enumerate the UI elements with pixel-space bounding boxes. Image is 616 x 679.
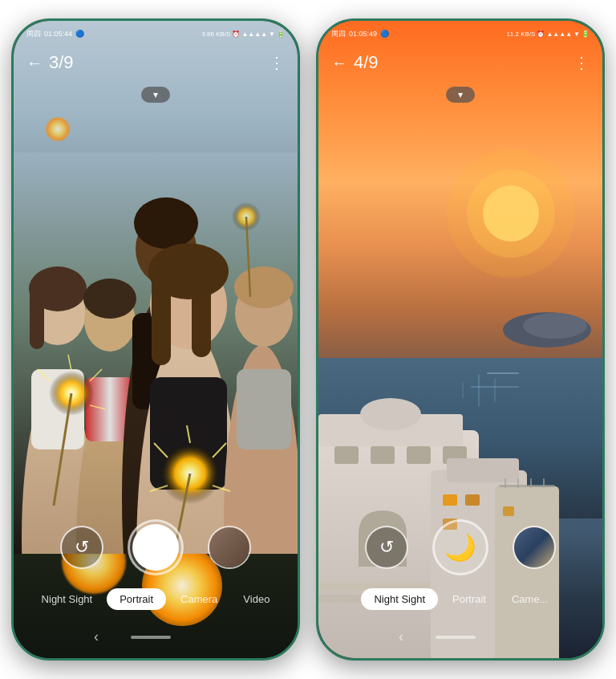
svg-rect-61 — [443, 494, 457, 506]
rotate-button-1[interactable]: ↺ — [60, 526, 103, 569]
svg-point-12 — [134, 197, 198, 249]
thumbnail-button-1[interactable] — [208, 526, 251, 569]
status-day-1: 周四 — [26, 29, 41, 39]
battery-icon-2: 🔋 — [582, 30, 590, 38]
tab-portrait-1[interactable]: Portrait — [107, 588, 166, 610]
rotate-button-2[interactable]: ↺ — [365, 526, 408, 569]
svg-rect-59 — [447, 458, 519, 482]
camera-controls-1: ↺ Night Sight Portrait Camera Video — [14, 519, 298, 610]
shutter-inner-1 — [132, 524, 179, 571]
svg-rect-55 — [407, 446, 431, 464]
shutter-button-1[interactable] — [128, 519, 184, 575]
tab-portrait-2[interactable]: Portrait — [441, 588, 497, 610]
svg-rect-17 — [152, 269, 171, 365]
signal-icon-1: ▲▲▲▲ — [241, 30, 267, 38]
battery-icon-1: 🔋 — [277, 30, 285, 38]
status-icon-2: 🔵 — [380, 30, 389, 38]
tab-night-sight-1[interactable]: Night Sight — [30, 588, 104, 610]
svg-rect-70 — [530, 478, 532, 488]
more-button-2[interactable]: ⋮ — [573, 53, 590, 72]
camera-buttons-2: ↺ 🌙 — [365, 519, 556, 575]
svg-rect-47 — [487, 372, 519, 374]
svg-rect-18 — [192, 269, 211, 357]
svg-rect-64 — [503, 506, 514, 516]
people-scene — [14, 152, 298, 554]
bottom-nav-2: ‹ — [318, 628, 602, 645]
signal-icon-2: ▲▲▲▲ — [546, 30, 572, 38]
nav-bar-2: ← 4/9 ⋮ — [318, 43, 602, 82]
status-bar-2: 周四 01:05:49 🔵 11.2 KB/S ⏰ ▲▲▲▲ ▼ 🔋 — [318, 21, 602, 43]
svg-rect-23 — [237, 369, 291, 449]
clock-icon-2: ⏰ — [537, 30, 545, 38]
svg-rect-62 — [465, 494, 480, 506]
svg-rect-68 — [505, 478, 506, 488]
tab-camera-2[interactable]: Came... — [500, 588, 560, 610]
wifi-icon-1: ▼ — [269, 30, 275, 38]
moon-icon-2: 🌙 — [444, 532, 476, 563]
mode-tabs-2: Night Sight Portrait Came... — [355, 588, 565, 610]
mode-tabs-1: Night Sight Portrait Camera Video — [24, 588, 288, 610]
svg-rect-48 — [471, 386, 519, 388]
clock-icon-1: ⏰ — [232, 30, 240, 38]
phone-1: 周四 01:05:44 🔵 3.86 KB/S ⏰ ▲▲▲▲ ▼ 🔋 ← 3/9… — [11, 18, 300, 661]
svg-rect-53 — [334, 446, 359, 464]
phone-2: 周四 01:05:49 🔵 11.2 KB/S ⏰ ▲▲▲▲ ▼ 🔋 ← 4/9… — [316, 18, 605, 661]
rotate-icon-1: ↺ — [75, 537, 89, 558]
svg-point-50 — [523, 313, 587, 339]
tab-night-sight-2[interactable]: Night Sight — [361, 588, 438, 610]
svg-rect-69 — [517, 478, 519, 488]
thumbnail-button-2[interactable] — [513, 526, 556, 569]
svg-rect-54 — [371, 446, 395, 464]
status-day-2: 周四 — [331, 29, 346, 39]
svg-rect-71 — [543, 478, 545, 488]
svg-point-57 — [360, 398, 421, 430]
thumbnail-image-1 — [209, 527, 249, 567]
page-counter-2: 4/9 — [354, 52, 379, 73]
wifi-icon-2: ▼ — [573, 30, 580, 38]
svg-point-22 — [234, 266, 294, 308]
camera-buttons-1: ↺ — [60, 519, 251, 575]
shutter-button-2[interactable]: 🌙 — [432, 519, 488, 575]
home-pill-1[interactable] — [131, 636, 171, 639]
sparkle-effect-3 — [46, 117, 70, 141]
page-counter-1: 3/9 — [49, 52, 74, 73]
home-pill-2[interactable] — [436, 636, 476, 639]
back-button-2[interactable]: ← — [331, 54, 347, 72]
bottom-nav-1: ‹ — [14, 628, 298, 645]
nav-back-2[interactable]: ‹ — [399, 628, 403, 645]
status-icon-1: 🔵 — [75, 30, 84, 38]
chevron-down-icon-1: ▾ — [153, 90, 158, 100]
svg-rect-4 — [30, 285, 44, 349]
network-speed-1: 3.86 KB/S — [201, 30, 230, 38]
svg-point-42 — [447, 149, 575, 278]
camera-controls-2: ↺ 🌙 Night Sight Portrait Came... — [318, 519, 602, 610]
svg-point-8 — [83, 279, 136, 319]
status-bar-1: 周四 01:05:44 🔵 3.86 KB/S ⏰ ▲▲▲▲ ▼ 🔋 — [14, 21, 298, 43]
dropdown-button-1[interactable]: ▾ — [141, 87, 170, 103]
status-time-1: 01:05:44 — [44, 30, 72, 38]
nav-back-1[interactable]: ‹ — [94, 628, 99, 645]
svg-rect-67 — [499, 485, 555, 487]
more-button-1[interactable]: ⋮ — [269, 53, 285, 72]
tab-video-1[interactable]: Video — [232, 588, 281, 610]
network-speed-2: 11.2 KB/S — [506, 30, 535, 38]
status-time-2: 01:05:49 — [349, 30, 377, 38]
dropdown-button-2[interactable]: ▾ — [446, 87, 475, 103]
rotate-icon-2: ↺ — [379, 537, 394, 558]
nav-bar-1: ← 3/9 ⋮ — [14, 43, 298, 82]
chevron-down-icon-2: ▾ — [458, 90, 463, 100]
thumbnail-image-2 — [514, 527, 554, 567]
back-button-1[interactable]: ← — [26, 54, 43, 72]
tab-camera-1[interactable]: Camera — [169, 588, 229, 610]
